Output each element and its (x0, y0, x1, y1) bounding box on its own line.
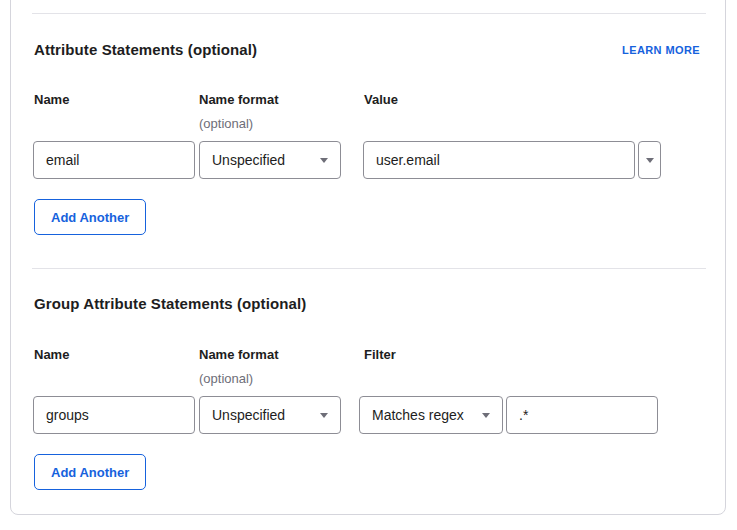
attr-column-value-label: Value (364, 92, 398, 107)
group-column-filter-label: Filter (364, 347, 396, 362)
group-filter-type-select[interactable]: Matches regex (359, 396, 503, 434)
group-name-format-select[interactable]: Unspecified (199, 396, 341, 434)
group-column-name-format-label: Name format (199, 347, 278, 362)
chevron-down-icon (646, 158, 654, 163)
group-attribute-statements-title: Group Attribute Statements (optional) (34, 295, 306, 312)
learn-more-link[interactable]: LEARN MORE (622, 44, 700, 56)
section-divider-middle (32, 268, 706, 269)
attr-value-field (363, 141, 635, 179)
group-filter-value-field (506, 396, 658, 434)
group-column-name-label: Name (34, 347, 69, 362)
group-name-format-selected-value: Unspecified (212, 407, 285, 423)
chevron-down-icon (482, 413, 490, 418)
group-name-field (33, 396, 195, 434)
group-name-input[interactable] (34, 397, 194, 433)
attr-value-dropdown-button[interactable] (638, 141, 661, 179)
section-divider-top (32, 13, 706, 14)
attr-name-input[interactable] (34, 142, 194, 178)
settings-card: Attribute Statements (optional) LEARN MO… (10, 0, 726, 515)
group-filter-value-input[interactable] (507, 397, 657, 433)
attr-name-format-select[interactable]: Unspecified (199, 141, 341, 179)
attr-name-format-selected-value: Unspecified (212, 152, 285, 168)
attr-add-another-button[interactable]: Add Another (34, 199, 146, 235)
attr-column-name-format-hint: (optional) (199, 116, 253, 131)
attr-name-field (33, 141, 195, 179)
group-add-another-button[interactable]: Add Another (34, 454, 146, 490)
attr-column-name-label: Name (34, 92, 69, 107)
group-column-name-format-hint: (optional) (199, 371, 253, 386)
attribute-statements-title: Attribute Statements (optional) (34, 41, 257, 58)
group-filter-type-selected-value: Matches regex (372, 407, 464, 423)
chevron-down-icon (320, 158, 328, 163)
chevron-down-icon (320, 413, 328, 418)
attr-column-name-format-label: Name format (199, 92, 278, 107)
attr-value-input[interactable] (364, 142, 634, 178)
